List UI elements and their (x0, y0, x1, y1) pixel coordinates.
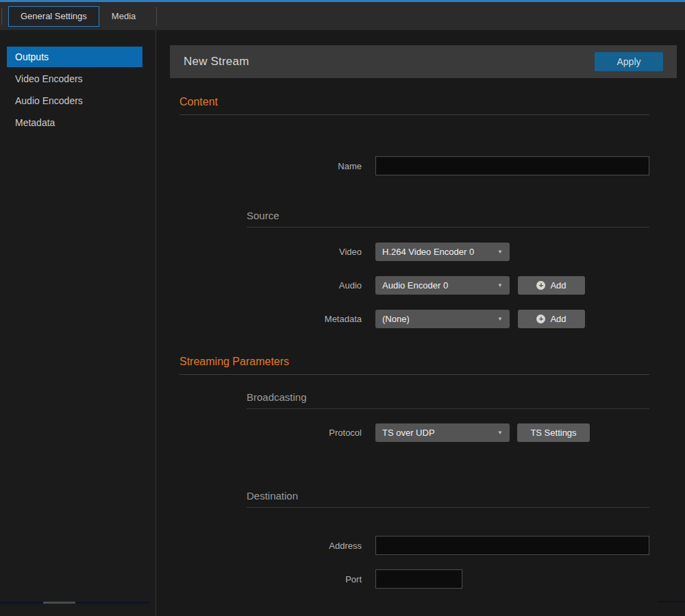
page-title: New Stream (184, 55, 249, 69)
add-audio-label: Add (550, 280, 566, 291)
content-bottom-edge-line (658, 601, 685, 602)
name-row: Name (179, 156, 649, 175)
metadata-source-value: (None) (382, 314, 410, 324)
protocol-value: TS over UDP (382, 428, 435, 438)
streaming-parameters-section: Streaming Parameters Broadcasting Protoc… (179, 356, 649, 589)
app-window: General Settings Media Outputs Video Enc… (0, 0, 685, 616)
sidebar: Outputs Video Encoders Audio Encoders Me… (0, 30, 156, 616)
address-row: Address (179, 536, 649, 555)
stream-panel-header: New Stream Apply (170, 45, 677, 78)
broadcasting-title: Broadcasting (247, 391, 649, 403)
port-row: Port (179, 569, 649, 589)
plus-circle-icon: + (536, 281, 545, 290)
tab-general-settings[interactable]: General Settings (8, 6, 99, 27)
name-input[interactable] (375, 156, 649, 175)
chevron-down-icon: ▼ (497, 249, 503, 255)
video-row: Video H.264 Video Encoder 0 ▼ (179, 243, 649, 261)
add-audio-button[interactable]: + Add (518, 276, 585, 295)
streaming-parameters-divider (179, 374, 649, 375)
audio-source-value: Audio Encoder 0 (382, 280, 448, 291)
name-label: Name (179, 161, 375, 171)
source-divider (247, 227, 649, 227)
tab-media[interactable]: Media (99, 6, 148, 27)
content-pane: New Stream Apply Content Name Source Vid… (156, 30, 685, 616)
address-label: Address (179, 541, 375, 551)
ts-settings-label: TS Settings (530, 428, 576, 438)
sidebar-item-video-encoders[interactable]: Video Encoders (0, 69, 155, 89)
content-section-divider (179, 114, 649, 115)
port-input[interactable] (375, 569, 462, 589)
source-subsection-header: Source (247, 210, 649, 227)
port-label: Port (179, 574, 375, 584)
broadcasting-divider (247, 408, 649, 409)
metadata-label: Metadata (179, 314, 375, 324)
protocol-row: Protocol TS over UDP ▼ TS Settings (179, 423, 649, 442)
sidebar-item-outputs[interactable]: Outputs (7, 47, 142, 67)
metadata-row: Metadata (None) ▼ + Add (179, 310, 649, 328)
protocol-label: Protocol (179, 428, 375, 438)
plus-circle-icon: + (536, 315, 545, 323)
audio-row: Audio Audio Encoder 0 ▼ + Add (179, 276, 649, 295)
address-input[interactable] (375, 536, 649, 555)
protocol-dropdown[interactable]: TS over UDP ▼ (375, 423, 510, 442)
chevron-down-icon: ▼ (497, 282, 503, 288)
sidebar-item-metadata[interactable]: Metadata (0, 112, 155, 133)
tab-media-label: Media (112, 11, 136, 21)
sidebar-horizontal-scrollbar[interactable] (0, 602, 150, 604)
video-label: Video (179, 247, 375, 257)
tab-general-settings-label: General Settings (21, 11, 87, 21)
video-source-value: H.264 Video Encoder 0 (382, 247, 474, 257)
metadata-source-dropdown[interactable]: (None) ▼ (375, 310, 510, 328)
apply-button[interactable]: Apply (595, 52, 663, 71)
add-metadata-label: Add (550, 314, 566, 324)
video-source-dropdown[interactable]: H.264 Video Encoder 0 ▼ (375, 243, 510, 261)
audio-label: Audio (179, 280, 375, 291)
add-metadata-button[interactable]: + Add (518, 310, 585, 328)
chevron-down-icon: ▼ (497, 430, 503, 436)
content-section-title: Content (179, 96, 649, 108)
sidebar-item-audio-encoders[interactable]: Audio Encoders (0, 90, 155, 111)
ts-settings-button[interactable]: TS Settings (517, 423, 590, 442)
sidebar-scrollbar-thumb[interactable] (43, 602, 75, 604)
main-area: Outputs Video Encoders Audio Encoders Me… (0, 30, 685, 616)
streaming-parameters-title: Streaming Parameters (179, 356, 649, 368)
top-tab-bar: General Settings Media (0, 2, 685, 30)
destination-title: Destination (247, 490, 649, 502)
tab-divider (156, 7, 157, 25)
audio-source-dropdown[interactable]: Audio Encoder 0 ▼ (375, 276, 510, 295)
broadcasting-subsection-header: Broadcasting (247, 391, 649, 409)
source-title: Source (247, 210, 649, 221)
destination-divider (247, 507, 649, 508)
content-section: Content Name Source Video H.264 Video En… (179, 96, 649, 328)
destination-subsection-header: Destination (247, 490, 649, 508)
chevron-down-icon: ▼ (497, 316, 503, 322)
